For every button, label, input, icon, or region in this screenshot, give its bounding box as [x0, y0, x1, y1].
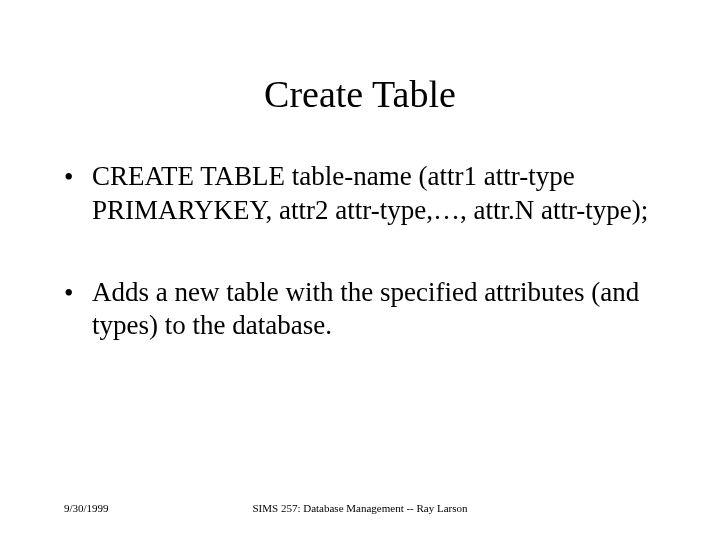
bullet-dot-icon: • [64, 277, 73, 311]
bullet-text: CREATE TABLE table-name (attr1 attr-type… [92, 161, 648, 225]
bullet-dot-icon: • [64, 161, 73, 195]
bullet-item: • Adds a new table with the specified at… [64, 276, 656, 344]
bullet-item: • CREATE TABLE table-name (attr1 attr-ty… [64, 160, 656, 228]
slide-title: Create Table [0, 72, 720, 116]
bullet-text: Adds a new table with the specified attr… [92, 277, 639, 341]
slide-body: • CREATE TABLE table-name (attr1 attr-ty… [64, 160, 656, 391]
footer-course: SIMS 257: Database Management -- Ray Lar… [0, 502, 720, 514]
slide: Create Table • CREATE TABLE table-name (… [0, 0, 720, 540]
